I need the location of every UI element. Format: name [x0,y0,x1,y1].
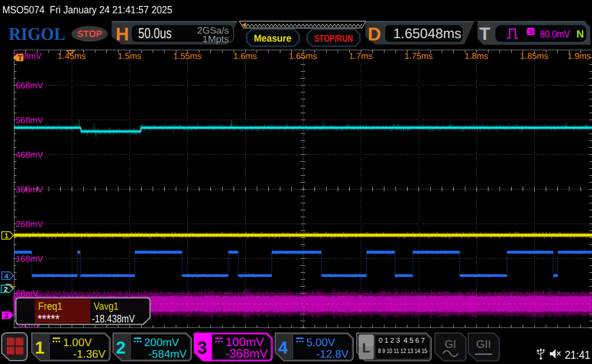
svg-text:1: 1 [5,232,9,240]
svg-text:MSO5074 Fri January 24 21:41:: MSO5074 Fri January 24 21:41:57 2025 [2,4,172,16]
svg-text:8 9 10 11 12 13 14 15: 8 9 10 11 12 13 14 15 [378,348,427,355]
svg-text:168mV: 168mV [16,254,43,264]
svg-text:21:41: 21:41 [565,349,590,362]
svg-text:STOP/RUN: STOP/RUN [314,34,353,44]
svg-text:-18.438mV: -18.438mV [92,313,135,325]
svg-text:4: 4 [5,272,9,280]
svg-text:1.8ms: 1.8ms [465,51,489,61]
svg-text:1.65ms: 1.65ms [288,51,317,61]
svg-text:1.7ms: 1.7ms [349,51,373,61]
svg-text:1.65048ms: 1.65048ms [393,26,461,42]
svg-text:RIGOL: RIGOL [9,24,65,44]
svg-text:1.85ms: 1.85ms [520,51,548,61]
svg-text:668mV: 668mV [16,81,43,91]
svg-text:GII: GII [476,339,491,351]
svg-text:-368mV: -368mV [225,347,268,361]
svg-text:STOP: STOP [77,29,102,39]
svg-text:-12.8V: -12.8V [316,348,349,361]
svg-text:-584mV: -584mV [148,348,187,361]
svg-text:D: D [368,24,381,44]
svg-text:0 1 2 3 4 5 6 7: 0 1 2 3 4 5 6 7 [379,336,425,344]
svg-text:1: 1 [35,339,45,358]
svg-text:L: L [362,340,370,355]
svg-text:368mV: 368mV [16,185,43,195]
svg-text:T: T [17,54,23,62]
svg-text:4: 4 [278,339,288,358]
svg-text:268mV: 268mV [16,220,43,229]
svg-text:1.00V: 1.00V [63,337,92,349]
svg-text:GI: GI [445,339,456,351]
svg-text:568mV: 568mV [16,116,43,125]
svg-text:1.75ms: 1.75ms [404,51,432,61]
svg-text:N: N [576,28,584,40]
svg-text:80.0mV: 80.0mV [540,28,570,40]
svg-text:H: H [116,24,129,44]
svg-text:*****: ***** [38,313,60,326]
svg-text:1.5ms: 1.5ms [118,51,142,61]
svg-text:50.0us: 50.0us [138,25,172,42]
svg-text:3: 3 [529,29,532,36]
svg-text:Vavg1: Vavg1 [94,300,119,312]
svg-text:2: 2 [4,285,8,294]
svg-text:1.55ms: 1.55ms [173,51,201,61]
svg-text:3: 3 [5,311,9,320]
svg-text:Freq1: Freq1 [38,300,62,312]
svg-text:200mV: 200mV [145,337,180,349]
svg-text:5.00V: 5.00V [306,337,335,349]
svg-text:1Mpts: 1Mpts [202,35,229,44]
svg-text:1.6ms: 1.6ms [234,51,257,61]
svg-text:-1.36V: -1.36V [73,348,106,361]
svg-text:Measure: Measure [254,33,291,44]
svg-text:2: 2 [116,339,126,358]
svg-text:468mV: 468mV [16,150,43,160]
svg-text:3: 3 [197,339,207,358]
svg-text:1.45ms: 1.45ms [57,51,86,61]
svg-text:1.9ms: 1.9ms [567,51,591,61]
svg-text:T: T [479,24,490,44]
